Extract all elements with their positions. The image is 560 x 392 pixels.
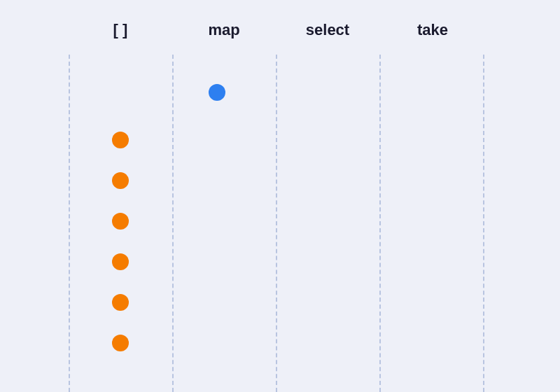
marble-queued xyxy=(112,132,129,148)
lane-divider xyxy=(483,55,484,392)
lane-divider xyxy=(276,55,277,392)
marble-queued xyxy=(112,294,129,311)
lane-divider xyxy=(172,55,174,392)
marble-diagram: [ ] map select take xyxy=(0,0,560,392)
column-header-take: take xyxy=(417,21,448,39)
lane-divider xyxy=(69,55,70,392)
column-header-select: select xyxy=(306,21,349,39)
marble-emitted xyxy=(209,84,225,101)
marble-queued xyxy=(112,335,129,351)
marble-queued xyxy=(112,213,129,230)
column-header-source: [ ] xyxy=(113,21,128,39)
column-header-map: map xyxy=(208,21,239,39)
marble-queued xyxy=(112,253,129,270)
marble-queued xyxy=(112,172,129,189)
lane-divider xyxy=(379,55,381,392)
